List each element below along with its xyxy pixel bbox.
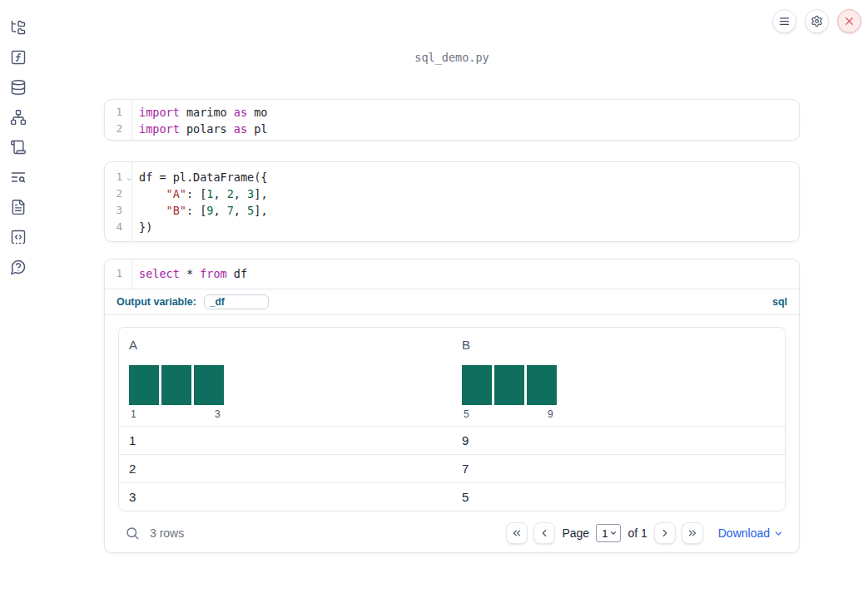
sidebar-item-file-explorer[interactable] [8, 17, 28, 37]
sidebar-item-snippets[interactable] [8, 227, 28, 247]
code-line[interactable]: 1⌄df = pl.DataFrame({ [105, 169, 799, 185]
notebook-filename: sql_demo.py [104, 51, 800, 64]
output-variable-label: Output variable: [117, 296, 196, 308]
table-cell: 7 [452, 462, 785, 476]
sql-cell-options-bar: Output variable: sql [105, 289, 799, 315]
histogram-bar [527, 365, 557, 405]
download-button[interactable]: Download [718, 526, 784, 540]
code-line[interactable]: 1import marimo as mo [105, 104, 799, 121]
sidebar-item-scratchpad[interactable] [8, 137, 28, 157]
histogram-bar [194, 365, 224, 405]
code-text: }) [131, 219, 152, 235]
shutdown-button[interactable] [837, 9, 861, 33]
table-row[interactable]: 27 [119, 454, 785, 482]
histogram-bar [161, 365, 191, 405]
function-square-icon [10, 49, 27, 66]
code-square-icon [10, 229, 27, 245]
line-number: 2 [105, 185, 131, 202]
file-text-icon [10, 199, 27, 215]
histogram-bar [462, 365, 492, 405]
chevron-down-icon [773, 528, 784, 539]
chevrons-right-icon [687, 527, 698, 539]
code-text: select * from df [131, 265, 247, 282]
table-header-row: A13B59 [119, 328, 785, 426]
scroll-icon [10, 139, 27, 156]
help-chat-icon [10, 259, 27, 275]
code-text: "B": [9, 7, 5], [131, 202, 268, 219]
chevron-down-icon [609, 529, 618, 537]
code-editor[interactable]: 1⌄df = pl.DataFrame({2 "A": [1, 2, 3],3 … [105, 162, 799, 241]
chevrons-left-icon [511, 527, 523, 539]
column-header-A[interactable]: A13 [119, 328, 452, 426]
menu-button[interactable] [772, 9, 796, 33]
last-page-button[interactable] [682, 522, 703, 544]
histogram-max-label: 9 [548, 408, 553, 420]
cell-output: A13B59 192735 3 rows Page [105, 315, 799, 553]
column-histogram: 59 [462, 365, 557, 421]
code-editor[interactable]: 1import marimo as mo2import polars as pl [105, 100, 799, 140]
code-line[interactable]: 3 "B": [9, 7, 5], [105, 202, 799, 219]
table-row[interactable]: 35 [119, 482, 785, 511]
chevron-right-icon [659, 527, 671, 539]
column-name: A [129, 338, 442, 353]
table-row[interactable]: 19 [119, 426, 785, 454]
code-text: import marimo as mo [131, 104, 267, 121]
search-icon[interactable] [125, 526, 140, 541]
fold-chevron-icon[interactable]: ⌄ [126, 170, 131, 186]
marimo-app: sql_demo.py 1import marimo as mo2import … [0, 0, 868, 593]
code-text: df = pl.DataFrame({ [131, 169, 267, 185]
topbar-actions [772, 9, 861, 33]
histogram-bar [494, 365, 524, 405]
code-text: "A": [1, 2, 3], [131, 185, 268, 202]
page-label: Page [561, 526, 590, 540]
line-number: 1⌄ [105, 169, 131, 185]
histogram-min-label: 1 [131, 408, 136, 420]
code-text: import polars as pl [131, 121, 267, 137]
dataframe-table: A13B59 192735 [118, 327, 786, 511]
page-total-label: of 1 [627, 526, 647, 540]
code-line[interactable]: 2 "A": [1, 2, 3], [105, 185, 799, 202]
sidebar-item-datasources[interactable] [8, 77, 28, 97]
line-number: 2 [105, 121, 131, 137]
sidebar-item-documentation[interactable] [8, 197, 28, 217]
row-count-label: 3 rows [150, 526, 184, 540]
column-header-B[interactable]: B59 [452, 328, 785, 426]
code-line[interactable]: 2import polars as pl [105, 121, 799, 137]
language-badge: sql [772, 296, 787, 308]
table-cell: 9 [452, 433, 785, 447]
table-cell: 3 [119, 490, 452, 504]
next-page-button[interactable] [654, 522, 676, 544]
settings-button[interactable] [805, 9, 829, 33]
menu-icon [778, 15, 791, 27]
download-label: Download [718, 526, 770, 540]
line-number: 4 [105, 219, 131, 235]
table-cell: 1 [119, 433, 452, 447]
sidebar-item-logs[interactable] [8, 167, 28, 187]
panel-sidebar [0, 0, 37, 593]
gear-icon [811, 15, 823, 27]
sidebar-item-functions[interactable] [8, 47, 28, 67]
table-cell: 5 [452, 490, 785, 504]
close-icon [843, 15, 856, 27]
page-number-select[interactable]: 1 [596, 524, 621, 542]
text-search-icon [10, 169, 27, 185]
output-variable-input[interactable] [204, 294, 269, 309]
sql-cell: 1select * from df Output variable: sql A… [104, 259, 800, 553]
first-page-button[interactable] [506, 522, 528, 544]
database-icon [10, 79, 27, 96]
sidebar-item-help[interactable] [8, 257, 28, 277]
histogram-min-label: 5 [464, 408, 469, 420]
folder-tree-icon [10, 19, 27, 36]
line-number: 1 [105, 265, 131, 282]
table-footer: 3 rows Page 1 of 1 [118, 511, 786, 553]
code-line[interactable]: 1select * from df [105, 265, 799, 282]
line-number: 3 [105, 202, 131, 219]
code-cell-imports[interactable]: 1import marimo as mo2import polars as pl [104, 99, 800, 141]
table-cell: 2 [119, 462, 452, 476]
sql-code-editor[interactable]: 1select * from df [105, 259, 799, 289]
previous-page-button[interactable] [533, 522, 555, 544]
column-name: B [462, 338, 775, 353]
code-line[interactable]: 4}) [105, 219, 799, 235]
sidebar-item-dependencies[interactable] [8, 107, 28, 127]
code-cell-dataframe[interactable]: 1⌄df = pl.DataFrame({2 "A": [1, 2, 3],3 … [104, 161, 800, 242]
